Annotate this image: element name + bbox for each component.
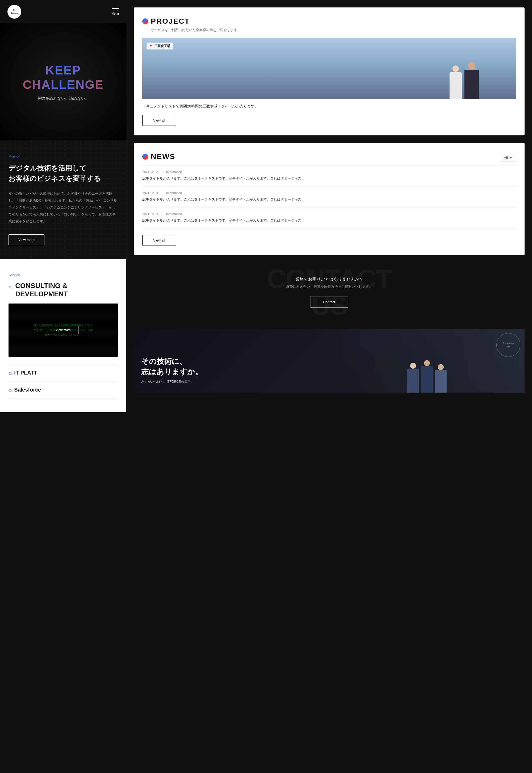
- person-head-2: [468, 62, 475, 69]
- person-body-2: [464, 70, 479, 99]
- news-meta-1: 2021.12.01 Information: [142, 170, 516, 174]
- service-num-2: 02.: [9, 372, 13, 375]
- logo[interactable]: IT Force: [7, 5, 21, 19]
- news-section-header: NEWS: [142, 152, 175, 161]
- recruit-section[interactable]: Recruitingsite その技術に、志はあ: [134, 329, 525, 393]
- hero-title: KEEP CHALLENGE: [7, 63, 119, 92]
- contact-section: CONTACT US 業務でお困りごとはありませんか？ 真摯に向き合い、最適な改…: [134, 263, 525, 321]
- news-item-1[interactable]: 2021.12.01 Information 記事タイトルが入ります。これはダミ…: [142, 165, 516, 186]
- service-heading-row-1: 01. CONSULTING &DEVELOPMENT: [9, 282, 118, 298]
- news-divider-2: [162, 192, 162, 195]
- right-column: PROJECT サービスをご利用いただいた企業様の声をご紹介します。 ✦ 三菱化…: [126, 0, 532, 773]
- news-divider-1: [162, 171, 162, 174]
- project-company-label: ✦ 三菱化工場: [147, 43, 173, 49]
- project-image: ✦ 三菱化工場: [142, 38, 516, 99]
- menu-label: Menu: [111, 12, 119, 15]
- mission-view-more-button[interactable]: View more: [9, 234, 44, 245]
- contact-button[interactable]: Contact: [310, 297, 348, 307]
- news-item-2[interactable]: 2021.12.01 Information 記事タイトルが入ります。これはダミ…: [142, 186, 516, 207]
- mission-label: Mission: [9, 154, 118, 158]
- service-image-1: 様々な技術領域における豊富な開発実績とノウハ ウを活かし、お客様のDX推進を支え…: [9, 304, 118, 357]
- recruit-title: その技術に、志はありますか。: [141, 356, 517, 377]
- project-view-all-button[interactable]: View all: [142, 115, 176, 126]
- menu-icon-line1: [112, 8, 119, 9]
- news-item-3[interactable]: 2021.12.01 Information 記事タイトルが入ります。これはダミ…: [142, 207, 516, 228]
- service-label: Service: [9, 273, 118, 277]
- project-section-header: PROJECT: [142, 17, 516, 26]
- header: IT Force Menu: [0, 0, 126, 23]
- recruit-subtitle: 思いがいちばん、ITFORCEの採用。: [141, 380, 517, 384]
- contact-bg-text: CONTACT US: [134, 263, 525, 321]
- person-body-1: [450, 72, 462, 99]
- hero-subtitle: 失敗を恐れない。諦めない。: [37, 96, 89, 101]
- hero-section: KEEP CHALLENGE 失敗を恐れない。諦めない。: [0, 23, 126, 140]
- person-2: [464, 62, 479, 99]
- news-divider-3: [162, 213, 162, 216]
- news-header-row: NEWS All: [142, 152, 516, 163]
- project-people: [450, 62, 479, 99]
- news-date-1: 2021.12.01: [142, 170, 158, 174]
- mission-section: Mission デジタル技術を活用して お客様のビジネスを変革する 変化の激しい…: [0, 140, 126, 259]
- news-category-2: Information: [166, 191, 182, 195]
- service-num-3: 03.: [9, 389, 13, 392]
- person-1: [450, 65, 462, 99]
- service-title-1: CONSULTING &DEVELOPMENT: [15, 282, 68, 298]
- service-item-3: 03. Salesforce: [9, 381, 118, 398]
- service-item-2: 02. IT PLATT: [9, 364, 118, 381]
- service-view-more-button[interactable]: View more: [48, 326, 78, 334]
- service-item-1: 01. CONSULTING &DEVELOPMENT 様々な技術領域における豊…: [9, 282, 118, 357]
- service-title-3: Salesforce: [14, 387, 41, 393]
- news-date-2: 2021.12.01: [142, 191, 158, 195]
- contact-sub: 真摯に向き合い、最適な改善方法をご提案いたします。: [142, 284, 516, 289]
- news-date-3: 2021.12.01: [142, 212, 158, 216]
- service-num-1: 01.: [9, 285, 13, 289]
- news-list: 2021.12.01 Information 記事タイトルが入ります。これはダミ…: [142, 165, 516, 228]
- menu-button[interactable]: Menu: [111, 8, 119, 15]
- news-filter-label: All: [504, 156, 508, 160]
- service-sub-items: 02. IT PLATT 03. Salesforce: [9, 364, 118, 398]
- mission-body: 変化の激しいビジネス環境において、お客様や社会のニーズを把握し、「戦略があるDX…: [9, 190, 118, 225]
- project-section-desc: サービスをご利用いただいた企業様の声をご紹介します。: [151, 28, 516, 32]
- person-head-1: [452, 65, 459, 72]
- project-img-inner: ✦ 三菱化工場: [142, 38, 516, 99]
- news-view-all-button[interactable]: View all: [142, 235, 176, 246]
- project-card: PROJECT サービスをご利用いただいた企業様の声をご紹介します。 ✦ 三菱化…: [134, 7, 525, 135]
- project-section-title: PROJECT: [151, 17, 190, 26]
- news-text-1: 記事タイトルが入ります。これはダミーテキストです。記事タイトルが入ります。これは…: [142, 176, 516, 181]
- news-text-3: 記事タイトルが入ります。これはダミーテキストです。記事タイトルが入ります。これは…: [142, 218, 516, 223]
- chevron-down-icon: [509, 157, 512, 159]
- project-caption: ドキュメントリストで月間20時間の工数削減！タイトルが入ります。: [142, 103, 516, 110]
- project-dot-icon: [142, 18, 148, 24]
- news-text-2: 記事タイトルが入ります。これはダミーテキストです。記事タイトルが入ります。これは…: [142, 197, 516, 202]
- service-section: Service 01. CONSULTING &DEVELOPMENT 様々な技…: [0, 259, 126, 412]
- news-meta-2: 2021.12.01 Information: [142, 191, 516, 195]
- recruit-content: その技術に、志はありますか。 思いがいちばん、ITFORCEの採用。: [134, 349, 525, 393]
- news-category-3: Information: [166, 212, 182, 216]
- news-dot-icon: [142, 154, 148, 160]
- service-title-2: IT PLATT: [14, 370, 37, 376]
- menu-icon-line2: [112, 10, 119, 10]
- news-meta-3: 2021.12.01 Information: [142, 212, 516, 216]
- contact-title: 業務でお困りごとはありませんか？: [142, 277, 516, 282]
- logo-force: Force: [11, 12, 18, 15]
- news-card: NEWS All 2021.12.01 Information 記事タイトルが入…: [134, 143, 525, 255]
- news-view-all-wrapper: View all: [142, 235, 516, 246]
- news-section-title: NEWS: [151, 152, 175, 161]
- news-category-1: Information: [166, 170, 182, 174]
- mission-title: デジタル技術を活用して お客様のビジネスを変革する: [9, 163, 118, 184]
- logo-it: IT: [13, 8, 16, 12]
- left-column: IT Force Menu KEEP CHALLENGE 失敗を恐れない。諦めな…: [0, 0, 126, 773]
- news-filter-dropdown[interactable]: All: [500, 154, 516, 161]
